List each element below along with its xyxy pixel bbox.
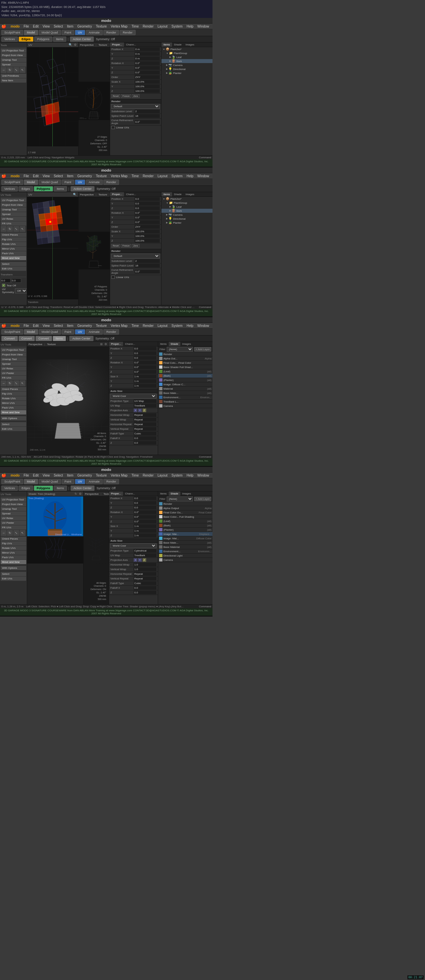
shader-row[interactable]: Base Color... Full Shading [158,515,212,519]
tree-item[interactable]: ▼ 📁 PlantGroup [162,201,212,205]
axis-y[interactable]: Y [138,409,141,412]
tab-mode-render[interactable]: Render [103,180,119,185]
btn-mirror-uvs2[interactable]: Mirror UVs [1,401,26,405]
menu-render[interactable]: Render [141,324,154,328]
menu-window[interactable]: Window [196,24,210,29]
menu-window[interactable]: Window [196,324,210,328]
shader-row[interactable]: (Planter) (all) [158,528,212,532]
menu-window[interactable]: Window [196,473,210,477]
tab-mesh-items[interactable]: Items [54,485,67,491]
btn-rotate-uvs2[interactable]: Rotate UVs [1,396,26,401]
icon-move3[interactable]: ↔ [1,530,6,536]
shader-row[interactable]: Image: Diffuse C... [158,382,212,387]
tab-mode-render[interactable]: Render [103,30,119,35]
icon-rotate[interactable]: ↻ [7,67,13,73]
zoom-icon[interactable]: 🔍 [68,43,73,47]
menu-system[interactable]: System [170,473,183,477]
filter-dropdown[interactable]: (None) [167,496,193,501]
tab-properties[interactable]: Proper... [109,492,123,496]
btn-edit-uvs2[interactable]: Edit UVs [1,576,26,581]
menu-item[interactable]: Item [66,473,74,477]
tab-mode-animate[interactable]: Animate [86,329,103,334]
prop-autosize[interactable]: World Coor [109,543,158,549]
tab-mode-model-quad[interactable]: Model Quad [39,180,61,185]
btn-pack-uvs[interactable]: Pack UVs [1,251,26,256]
btn-move-sew2[interactable]: Move and Sew [1,410,26,415]
tab-mesh-polygons[interactable]: Polygons [34,186,53,191]
tab-action-center[interactable]: Action Center [71,485,95,491]
prop-linear-uvs[interactable]: Linear UVs [110,275,161,279]
freeze-btn[interactable]: Freeze [121,94,131,98]
menu-system[interactable]: System [170,174,183,178]
viewport-nav-icon[interactable]: ⊞ [109,43,110,47]
axis-x[interactable]: X [133,409,137,412]
tab-properties[interactable]: Proper... [109,342,123,346]
tab-mode-model[interactable]: Model [24,329,38,334]
zero-btn[interactable]: Zero [132,94,139,98]
settings-icon[interactable]: ⚙ [74,43,77,47]
menu-layout[interactable]: Layout [157,324,168,328]
btn-spread[interactable]: Spread [1,62,26,67]
menu-item[interactable]: Item [66,174,74,178]
viewport-3d-2[interactable]: Perspective | Texture ⊞ ⚙ [79,192,110,305]
menu-modo[interactable]: modo [10,174,21,178]
btn-uv-projection[interactable]: UV Projection Tool [1,48,26,53]
tab-mode-uv[interactable]: UV [75,30,85,35]
shader-row[interactable]: (Leaf) (all) [158,369,212,374]
tab-channels[interactable]: Chann... [123,342,137,346]
btn-select2[interactable]: Select [1,572,26,576]
btn-move-sew[interactable]: Move and Sew [1,256,26,260]
freeze-btn[interactable]: Freeze [121,244,131,248]
tree-item[interactable]: ▼ 📁 PlantGroup [162,51,212,55]
shader-row[interactable]: Image: Mai... Displace... [158,532,212,536]
menu-view[interactable]: View [42,24,51,29]
prop-linear-uvs[interactable]: Linear UVs [110,126,161,129]
tab-channels[interactable]: Chann... [123,492,137,496]
btn-pack-uvs2[interactable]: Pack UVs [1,406,26,410]
menu-texture[interactable]: Texture [95,174,108,178]
icon-sel2[interactable]: ↖ [19,226,25,232]
tab-mesh-edges[interactable]: Edges [19,37,33,42]
menu-render[interactable]: Render [141,24,154,29]
shader-row[interactable]: Final Color Ou... Final Color [158,511,212,515]
menu-texture[interactable]: Texture [95,24,108,29]
shader-row[interactable]: Environment... Environm... [158,549,212,554]
shader-row[interactable]: Base Mate... (all) [158,541,212,545]
tab-mode-sculpt/paint[interactable]: Sculpt/Paint [1,30,23,35]
tree-item[interactable]: ▶ 💡 Directional [162,67,212,71]
menu-edit[interactable]: Edit [32,174,40,178]
shader-row[interactable]: Render [158,502,212,506]
menu-vertex map[interactable]: Vertex Map [110,174,128,178]
btn-unit-primitives[interactable]: Unit Primitives [1,74,26,78]
shader-row[interactable]: Image: Mat... Diffuse Color [158,536,212,541]
menu-geometry[interactable]: Geometry [76,473,93,477]
btn-spread3[interactable]: Spread [1,511,26,516]
shader-row[interactable]: (Bark) (all) [158,374,212,378]
btn-rotate-uvs[interactable]: Rotate UVs [1,242,26,246]
viewport-nav-icon[interactable]: ⊞ [109,192,110,196]
menu-window[interactable]: Window [196,174,210,178]
tab-mode-paint[interactable]: Paint [62,329,75,334]
settings-icon2[interactable]: ⚙ [79,492,82,496]
icon-sel3[interactable]: ↖ [19,380,25,386]
menu-vertex map[interactable]: Vertex Map [110,473,128,477]
items-tab-shade[interactable]: Shade [169,342,180,346]
menu-help[interactable]: Help [186,473,195,477]
icon-sel3[interactable]: ↖ [19,530,25,536]
menu-item[interactable]: Item [66,24,74,29]
shader-row[interactable]: Render [158,352,212,356]
shader-row[interactable]: Directional Light [158,554,212,558]
menu-edit[interactable]: Edit [32,473,40,477]
items-tab-shade[interactable]: Shade [172,192,184,196]
menu-select[interactable]: Select [53,174,64,178]
btn-proj-view[interactable]: Project from View [1,203,26,207]
add-layer-btn[interactable]: + Add Layer [194,497,211,501]
btn-fr-uvs2[interactable]: FR UVs [1,525,26,530]
icon-scale3[interactable]: ⤡ [13,530,19,536]
transform-x[interactable] [1,278,11,283]
tab-mode-render[interactable]: Render [103,329,119,334]
tab-mode-model[interactable]: Model [24,30,38,35]
icon-move2[interactable]: ↔ [1,226,6,232]
menu-file[interactable]: File [22,24,30,29]
tab-mesh-items[interactable]: Items [53,37,66,42]
